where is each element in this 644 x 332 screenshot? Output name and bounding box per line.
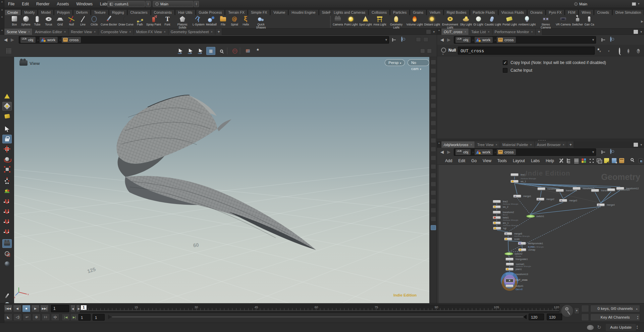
node-merge4[interactable]: merge4 <box>597 203 605 206</box>
scale-handle-icon[interactable] <box>2 165 12 174</box>
shaded-box-icon[interactable] <box>2 112 12 121</box>
shelf-tool-portal-light[interactable]: Portal Light <box>502 15 518 29</box>
node-transform4[interactable]: transform4 <box>556 189 564 192</box>
key-markers-icon[interactable]: •|• <box>51 314 59 321</box>
menu-windows[interactable]: Windows <box>72 0 96 8</box>
menu-edit[interactable]: Edit <box>18 0 33 8</box>
shelf-tab-viscous-fluids[interactable]: Viscous Fluids <box>498 9 527 15</box>
shelf-tab-simple-fx[interactable]: Simple FX <box>248 9 270 15</box>
add-pane-tab-button[interactable]: + <box>567 141 574 148</box>
node-merge1[interactable]: merge1 <box>513 195 521 198</box>
shelf-tab-texture[interactable]: Texture <box>91 9 108 15</box>
flipbook-icon[interactable] <box>243 47 252 55</box>
material-sphere-icon[interactable] <box>2 259 12 268</box>
path-dropdown-icon[interactable]: ▼ <box>385 38 388 42</box>
close-tab-icon[interactable]: × <box>488 29 489 35</box>
node-transform2[interactable]: transform2 <box>493 211 501 214</box>
menu-render[interactable]: Render <box>33 0 53 8</box>
shelf-tab-terrain-fx[interactable]: Terrain FX <box>225 9 247 15</box>
nav-back-icon[interactable]: ◀ <box>440 37 444 42</box>
add-pane-tab-button[interactable]: + <box>215 28 222 35</box>
shelf-tool-ambient-light[interactable]: Ambient Light <box>518 15 536 29</box>
viewport-right-bar-icon[interactable] <box>431 173 436 178</box>
node-transform7[interactable]: transform7 <box>573 187 581 190</box>
node-switch1[interactable]: switch1 <box>526 215 535 218</box>
window-restore-icon[interactable] <box>632 2 636 6</box>
shelf-tool-point-light[interactable]: Point Light <box>343 15 358 29</box>
multi-snap-magnet-icon[interactable] <box>2 227 12 236</box>
shelf-tool-stereo-camera[interactable]: Stereo Camera <box>536 15 555 29</box>
pane-maximize-icon[interactable] <box>633 29 638 34</box>
shelf-tool-quick-shapes[interactable]: Quick Shapes <box>252 15 270 28</box>
view-camera-icon[interactable] <box>19 60 28 66</box>
key-mode-icon[interactable] <box>581 314 589 321</box>
node-plain1[interactable]: plain1Attribute Wrangle <box>505 268 514 271</box>
recook-icon[interactable]: ↻ <box>597 324 601 330</box>
frame-ruler[interactable]: 1 153045607590105120 <box>80 305 559 313</box>
close-tab-icon[interactable]: × <box>164 29 166 35</box>
viewport-right-bar-icon[interactable] <box>431 216 436 221</box>
params-path-field[interactable]: obj›work›cross▼ <box>454 36 596 44</box>
channels-status-field[interactable]: 0 keys, 0/0 channels▲ <box>590 305 640 312</box>
network-display-icon[interactable] <box>638 158 643 163</box>
pane-tab-take-list[interactable]: Take List× <box>469 28 492 35</box>
shelf-tab-particle-fluids[interactable]: Particle Fluids <box>470 9 498 15</box>
gear-menu-icon[interactable]: *▾ <box>597 48 601 54</box>
range-slider-right-handle[interactable] <box>523 315 527 319</box>
current-frame-field[interactable]: 1 <box>51 305 69 312</box>
shelf-tool-spot-light[interactable]: Spot Light <box>358 15 372 29</box>
pane-tab-tree-view[interactable]: Tree View× <box>475 141 500 148</box>
shelf-tab-create[interactable]: Create <box>4 9 21 15</box>
pane-menu-icon[interactable]: ▾ <box>433 30 435 34</box>
pane-tab-render-view[interactable]: Render View× <box>68 28 98 35</box>
viewport-right-bar-icon[interactable] <box>431 103 436 108</box>
layout-spinner[interactable]: ▴▾ <box>194 1 199 7</box>
path-dropdown-icon[interactable]: ▼ <box>592 38 595 42</box>
shelf-left-handle[interactable]: ▲ <box>0 8 4 15</box>
play-reverse-button[interactable]: ◀ <box>13 305 21 312</box>
link-target-icon[interactable] <box>401 37 402 41</box>
shelf-tool-circle[interactable]: Circle <box>89 15 100 28</box>
node-switch2[interactable]: switch2 <box>504 252 513 255</box>
shelf-tab-modify[interactable]: Modify <box>21 9 38 15</box>
camera-select-button[interactable]: No cam▾ <box>408 59 429 66</box>
close-tab-icon[interactable]: × <box>470 142 472 148</box>
shelf-tool-distant-light[interactable]: Distant Light <box>424 15 441 29</box>
viewport-options-gear-icon[interactable]: * <box>253 47 262 55</box>
node-ws-1[interactable]: ws_1Attribute Wrangle <box>511 180 519 183</box>
shelf-tool-draw-curve[interactable]: Draw Curve <box>118 15 134 28</box>
viewport-layout-icon[interactable] <box>420 49 425 53</box>
shelf-tool-path[interactable]: Path <box>134 15 146 28</box>
range-start-field[interactable]: 1 <box>78 314 91 321</box>
pane-tab-obj-work-cross[interactable]: /obj/work/cross× <box>441 141 475 148</box>
undo-behavior-icon[interactable]: ↩ <box>23 314 31 321</box>
handles-tool-icon[interactable] <box>196 47 205 55</box>
viewport-right-bar-icon[interactable] <box>431 86 436 91</box>
viewport-right-bar-icon[interactable] <box>431 60 436 65</box>
network-menu-tools[interactable]: Tools <box>495 158 509 163</box>
shelf-tool-torus[interactable]: Torus <box>43 15 54 28</box>
shelf-tool-caustic-light[interactable]: Caustic Light <box>484 15 502 29</box>
viewport-right-bar-icon[interactable] <box>431 182 436 187</box>
network-menu-labs[interactable]: Labs <box>528 158 542 163</box>
node-arc-1[interactable]: arc_1Attribute Wrangle <box>493 221 501 224</box>
pane-tab-motion-fx-view[interactable]: Motion FX View× <box>134 28 168 35</box>
dots-icon[interactable] <box>589 158 594 163</box>
viewport-right-bar-icon[interactable] <box>431 147 436 152</box>
menu-file[interactable]: File <box>4 0 18 8</box>
key-options-dropdown[interactable]: ▼ <box>574 308 579 314</box>
node-line2[interactable]: line2 <box>493 200 501 203</box>
close-tab-icon[interactable]: × <box>94 29 96 35</box>
pane-maximize-icon[interactable] <box>426 29 431 34</box>
shelf-tool-grid[interactable]: Grid <box>54 15 66 28</box>
shelf-tool-curve-bezier[interactable]: Curve Bezier <box>100 15 118 28</box>
range-start2-field[interactable]: 1 <box>93 314 105 321</box>
tree-view-icon[interactable] <box>566 158 571 163</box>
brush-icon[interactable]: ▾ <box>608 48 609 53</box>
viewport-right-bar-icon[interactable] <box>431 94 436 99</box>
pose-tool-icon[interactable] <box>2 175 12 184</box>
node-transform8[interactable]: transform8 <box>591 189 599 192</box>
breadcrumb-work[interactable]: work <box>475 149 493 155</box>
network-tabs-handle[interactable]: ▲ <box>437 141 441 148</box>
shelf-tool-l-system[interactable]: L-System <box>192 15 205 28</box>
